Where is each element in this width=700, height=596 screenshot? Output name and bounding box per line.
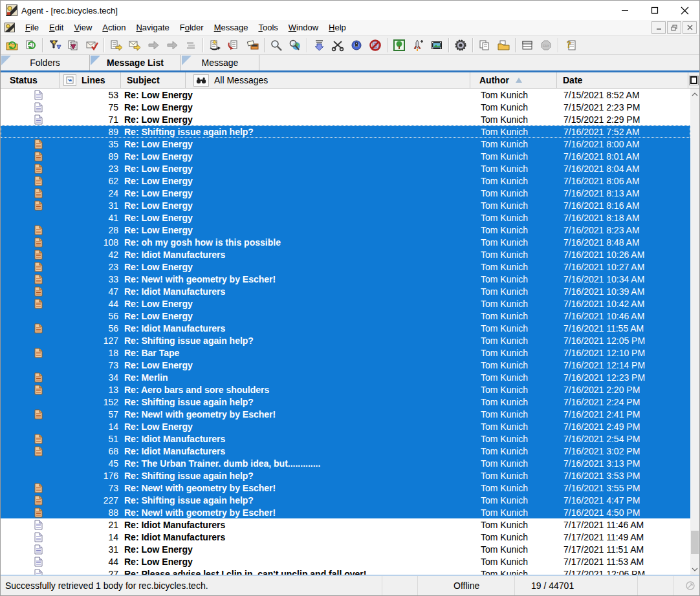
page-get-headers-button[interactable] <box>21 36 40 54</box>
followup-disabled-button[interactable] <box>182 36 201 54</box>
image-tree-button[interactable] <box>390 36 409 54</box>
message-row[interactable]: 23Re: Low EnergyTom Kunich7/16/2021 10:2… <box>1 261 690 273</box>
menu-message[interactable]: Message <box>209 21 254 34</box>
menu-help[interactable]: Help <box>323 21 351 34</box>
rocket-plus-button[interactable] <box>409 36 428 54</box>
menu-action[interactable]: Action <box>97 21 131 34</box>
split-rows-button[interactable] <box>518 36 537 54</box>
block-sign-button[interactable] <box>366 36 385 54</box>
scrollbar-thumb[interactable] <box>691 531 699 554</box>
menu-navigate[interactable]: Navigate <box>131 21 174 34</box>
message-row[interactable]: 89Re: Low EnergyTom Kunich7/16/2021 8:01… <box>1 150 690 162</box>
message-row[interactable]: 14Re: Idiot ManufacturersTom Kunich7/17/… <box>1 531 690 543</box>
message-row[interactable]: 176Re: Shifting issue again help?Tom Kun… <box>1 469 690 482</box>
folder-get-headers-button[interactable] <box>3 36 21 54</box>
field-chooser-icon[interactable] <box>63 74 76 86</box>
message-row[interactable]: 28Re: Low EnergyTom Kunich7/16/2021 8:23… <box>1 224 690 236</box>
vertical-scrollbar[interactable] <box>690 89 699 575</box>
message-row[interactable]: 45Re: The Urban Trainer. dumb idea, but.… <box>1 457 690 469</box>
message-row[interactable]: 31Re: Low EnergyTom Kunich7/17/2021 11:5… <box>1 543 690 555</box>
find-button[interactable] <box>267 36 286 54</box>
message-row[interactable]: 14Re: Low EnergyTom Kunich7/16/2021 2:49… <box>1 420 690 432</box>
message-row[interactable]: 53Re: Low EnergyTom Kunich7/15/2021 8:52… <box>1 89 690 101</box>
scroll-up-arrow[interactable] <box>690 89 699 99</box>
message-row[interactable]: 21Re: Idiot ManufacturersTom Kunich7/17/… <box>1 518 690 531</box>
column-header-date[interactable]: Date <box>557 72 688 88</box>
column-header-author[interactable]: Author <box>470 72 557 88</box>
message-row[interactable]: 41Re: Low EnergyTom Kunich7/16/2021 8:18… <box>1 211 690 224</box>
redirect-disabled-button[interactable] <box>163 36 182 54</box>
message-row[interactable]: 47Re: Idiot ManufacturersTom Kunich7/16/… <box>1 285 690 297</box>
copy-pages-button[interactable] <box>476 36 494 54</box>
message-row[interactable]: 35Re: Low EnergyTom Kunich7/16/2021 8:00… <box>1 138 690 150</box>
message-row[interactable]: 68Re: Idiot ManufacturersTom Kunich7/16/… <box>1 445 690 457</box>
mdi-minimize-button[interactable] <box>651 21 666 34</box>
message-row[interactable]: 56Re: Low EnergyTom Kunich7/16/2021 10:4… <box>1 310 690 322</box>
message-row[interactable]: 51Re: Idiot ManufacturersTom Kunich7/16/… <box>1 432 690 445</box>
get-marked-bodies-button[interactable] <box>64 36 83 54</box>
filmstrip-button[interactable] <box>428 36 446 54</box>
column-header-subject[interactable]: Subject <box>121 72 186 88</box>
stop-disabled-button[interactable]: FAX <box>537 36 556 54</box>
message-row[interactable]: 24Re: Low EnergyTom Kunich7/16/2021 8:13… <box>1 187 690 199</box>
post-article-button[interactable] <box>107 36 126 54</box>
message-row[interactable]: 227Re: Shifting issue again help?Tom Kun… <box>1 494 690 506</box>
message-row[interactable]: 33Re: New! with geometry by Escher!Tom K… <box>1 273 690 285</box>
forward-disabled-button[interactable] <box>144 36 163 54</box>
reply-mail-button[interactable] <box>126 36 144 54</box>
menu-folder[interactable]: Folder <box>175 21 209 34</box>
page-exchange-button[interactable] <box>206 36 224 54</box>
skip-download-button[interactable] <box>310 36 329 54</box>
funnel-download-button[interactable] <box>45 36 64 54</box>
mail-check-button[interactable] <box>83 36 102 54</box>
message-row[interactable]: 44Re: Low EnergyTom Kunich7/17/2021 11:5… <box>1 555 690 568</box>
tab-folders[interactable]: Folders <box>1 55 90 70</box>
column-header-status[interactable]: Status <box>1 72 60 88</box>
close-button[interactable] <box>670 1 699 20</box>
message-row[interactable]: 23Re: Low EnergyTom Kunich7/16/2021 8:04… <box>1 162 690 175</box>
message-row[interactable]: 89Re: Shifting issue again help?Tom Kuni… <box>1 125 690 138</box>
mail-deposit-button[interactable] <box>243 36 262 54</box>
tab-message[interactable]: Message <box>181 55 259 70</box>
message-row[interactable]: 75Re: Low EnergyTom Kunich7/15/2021 2:23… <box>1 101 690 113</box>
message-row[interactable]: 34Re: MerlinTom Kunich7/16/2021 12:23 PM <box>1 371 690 383</box>
file-in-folder-button[interactable] <box>494 36 513 54</box>
scissors-button[interactable] <box>329 36 347 54</box>
minimize-button[interactable] <box>610 1 640 20</box>
message-row[interactable]: 42Re: Idiot ManufacturersTom Kunich7/16/… <box>1 248 690 261</box>
message-row[interactable]: 108Re: oh my gosh how is this possibleTo… <box>1 236 690 248</box>
menu-file[interactable]: File <box>20 21 44 34</box>
sphere-lock-button[interactable] <box>347 36 366 54</box>
message-row[interactable]: 27Re: Please advise lest I clip in, can'… <box>1 568 690 575</box>
menu-window[interactable]: Window <box>283 21 323 34</box>
gear-target-button[interactable] <box>452 36 470 54</box>
message-row[interactable]: 152Re: Shifting issue again help?Tom Kun… <box>1 396 690 408</box>
message-row[interactable]: 88Re: New! with geometry by Escher!Tom K… <box>1 506 690 518</box>
message-row[interactable]: 73Re: Low EnergyTom Kunich7/16/2021 12:1… <box>1 359 690 371</box>
page-import-button[interactable] <box>224 36 243 54</box>
maximize-button[interactable] <box>640 1 670 20</box>
message-filter-control[interactable]: All Messages <box>186 72 470 88</box>
menu-edit[interactable]: Edit <box>44 21 69 34</box>
mdi-restore-button[interactable] <box>667 21 681 34</box>
menu-view[interactable]: View <box>69 21 97 34</box>
column-header-lines[interactable]: Lines <box>60 72 121 88</box>
help-contents-button[interactable]: ? <box>561 36 580 54</box>
message-row[interactable]: 31Re: Low EnergyTom Kunich7/16/2021 8:16… <box>1 199 690 211</box>
tab-message-list[interactable]: Message List <box>90 55 181 70</box>
column-options-button[interactable] <box>688 72 699 88</box>
scroll-down-arrow[interactable] <box>690 564 699 574</box>
menu-tools[interactable]: Tools <box>253 21 283 34</box>
binoculars-icon[interactable] <box>193 74 209 87</box>
mdi-close-button[interactable] <box>683 21 697 34</box>
message-row[interactable]: 73Re: New! with geometry by Escher!Tom K… <box>1 482 690 494</box>
message-row[interactable]: 127Re: Shifting issue again help?Tom Kun… <box>1 334 690 346</box>
message-row[interactable]: 13Re: Aero bars and sore shouldersTom Ku… <box>1 383 690 396</box>
message-row[interactable]: 44Re: Low EnergyTom Kunich7/16/2021 10:4… <box>1 297 690 310</box>
search-web-button[interactable] <box>286 36 305 54</box>
message-row[interactable]: 56Re: Idiot ManufacturersTom Kunich7/16/… <box>1 322 690 334</box>
message-row[interactable]: 62Re: Low EnergyTom Kunich7/16/2021 8:06… <box>1 175 690 187</box>
message-row[interactable]: 18Re: Bar TapeTom Kunich7/16/2021 12:10 … <box>1 346 690 359</box>
message-row[interactable]: 71Re: Low EnergyTom Kunich7/15/2021 2:29… <box>1 113 690 125</box>
message-row[interactable]: 57Re: New! with geometry by Escher!Tom K… <box>1 408 690 420</box>
